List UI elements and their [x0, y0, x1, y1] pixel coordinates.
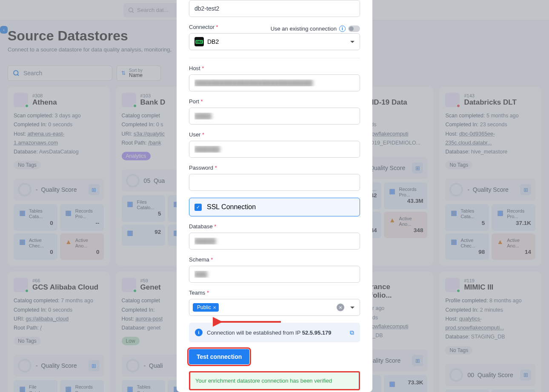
ssl-label: SSL Connection — [207, 203, 256, 211]
teams-select[interactable]: Public✕ ✕ — [189, 299, 360, 316]
check-icon: ✓ — [194, 204, 202, 211]
host-input[interactable] — [189, 74, 360, 91]
host-label: Host — [189, 65, 360, 71]
port-label: Port — [189, 98, 360, 105]
user-label: User — [189, 131, 360, 138]
user-input[interactable] — [189, 141, 360, 158]
password-input[interactable] — [189, 174, 360, 191]
copy-icon[interactable]: ⧉ — [350, 329, 354, 336]
chevron-down-icon — [350, 41, 355, 43]
password-label: Password — [189, 165, 360, 171]
ssl-checkbox-row[interactable]: ✓ SSL Connection — [189, 198, 360, 216]
success-banner: Your enrichment datastore connection has… — [189, 371, 360, 390]
schema-input[interactable] — [189, 266, 360, 283]
chevron-down-icon — [350, 307, 355, 309]
teams-label: Teams — [189, 290, 360, 296]
connector-select[interactable]: DB2 DB2 — [189, 33, 360, 50]
info-icon: i — [195, 329, 203, 336]
team-chip[interactable]: Public✕ — [193, 303, 219, 312]
add-datastore-modal: Connector Use an existing connection i D… — [177, 0, 372, 392]
database-label: Database — [189, 223, 360, 230]
connector-label: Connector — [189, 24, 218, 30]
clear-icon[interactable]: ✕ — [337, 304, 344, 311]
port-input[interactable] — [189, 108, 360, 125]
name-input[interactable] — [189, 0, 360, 17]
database-input[interactable] — [189, 233, 360, 250]
existing-conn-toggle[interactable] — [348, 26, 360, 32]
close-icon[interactable]: ✕ — [213, 305, 216, 310]
test-connection-button[interactable]: Test connection — [189, 349, 249, 364]
info-icon[interactable]: i — [339, 26, 346, 32]
db2-icon: DB2 — [194, 37, 204, 46]
existing-conn-label: Use an existing connection — [271, 26, 337, 32]
schema-label: Schema — [189, 256, 360, 263]
ip-info-banner: i Connection will be established from IP… — [189, 323, 360, 342]
